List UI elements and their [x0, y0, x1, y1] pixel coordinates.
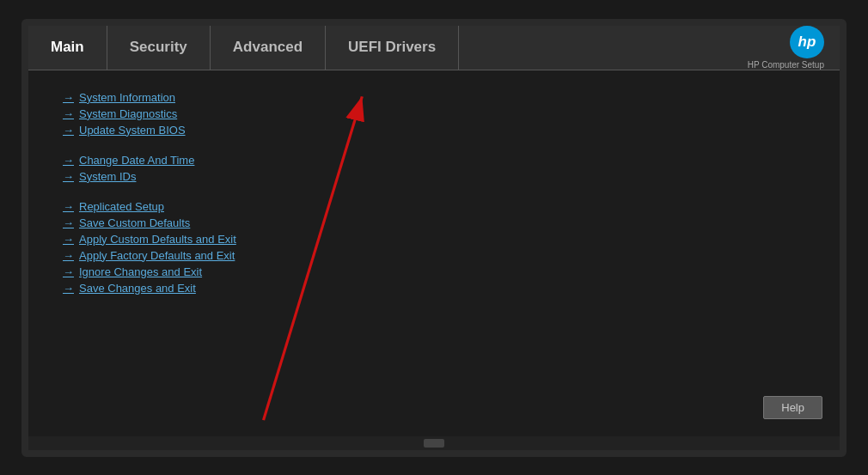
hp-subtitle: HP Computer Setup: [748, 60, 824, 70]
menu-section-3: → Replicated Setup → Save Custom Default…: [63, 198, 805, 296]
hp-branding: hp HP Computer Setup: [748, 26, 840, 70]
tab-main[interactable]: Main: [28, 26, 107, 70]
list-item[interactable]: → Apply Custom Defaults and Exit: [63, 231, 805, 247]
list-item[interactable]: → System Information: [63, 89, 805, 106]
list-item[interactable]: → Ignore Changes and Exit: [63, 264, 805, 280]
list-item[interactable]: → Apply Factory Defaults and Exit: [63, 247, 805, 264]
nav-bar: Main Security Advanced UEFI Drivers hp H…: [28, 26, 840, 70]
screen: Main Security Advanced UEFI Drivers hp H…: [28, 26, 840, 436]
list-item[interactable]: → Save Custom Defaults: [63, 215, 805, 231]
list-item[interactable]: → Save Changes and Exit: [63, 280, 805, 296]
list-item[interactable]: → Update System BIOS: [63, 122, 805, 138]
help-button[interactable]: Help: [763, 396, 822, 419]
list-item[interactable]: → Replicated Setup: [63, 198, 805, 215]
list-item[interactable]: → System Diagnostics: [63, 106, 805, 122]
monitor-bottom: [28, 436, 840, 450]
menu-section-1: → System Information → System Diagnostic…: [63, 89, 805, 138]
tab-uefi-drivers[interactable]: UEFI Drivers: [326, 26, 459, 70]
menu-section-2: → Change Date And Time → System IDs: [63, 152, 805, 185]
hp-logo: hp: [790, 26, 824, 58]
list-item[interactable]: → Change Date And Time: [63, 152, 805, 168]
hp-logo-bottom: [424, 439, 444, 448]
content-area: → System Information → System Diagnostic…: [28, 70, 840, 436]
tab-advanced[interactable]: Advanced: [211, 26, 326, 70]
monitor-frame: Main Security Advanced UEFI Drivers hp H…: [21, 19, 847, 457]
list-item[interactable]: → System IDs: [63, 168, 805, 185]
tab-security[interactable]: Security: [107, 26, 211, 70]
